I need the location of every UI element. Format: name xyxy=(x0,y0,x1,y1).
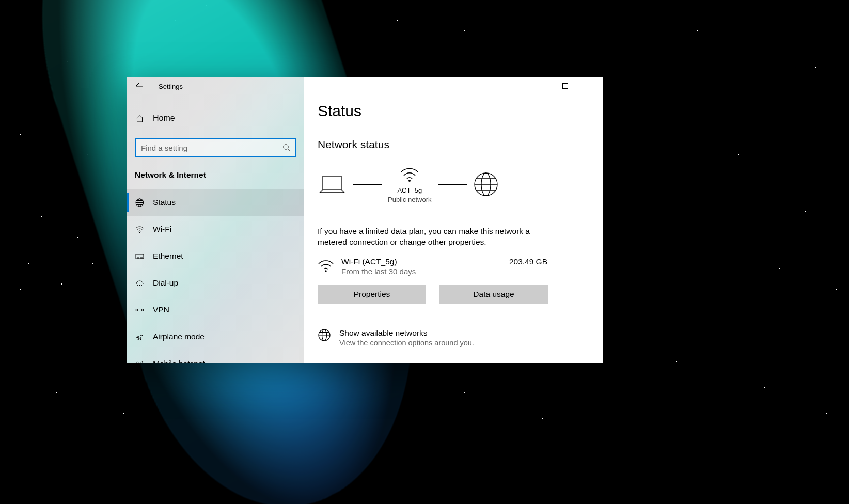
show-available-networks[interactable]: Show available networks View the connect… xyxy=(318,328,590,347)
svg-point-3 xyxy=(139,232,140,233)
close-icon xyxy=(588,83,593,89)
airplane-icon xyxy=(135,333,144,341)
globe-icon xyxy=(318,328,331,342)
sidebar-category-label: Network & Internet xyxy=(135,170,304,180)
sidebar-item-label: Dial-up xyxy=(153,278,178,288)
page-title: Status xyxy=(318,102,590,120)
section-title: Network status xyxy=(318,138,590,151)
sidebar-item-vpn[interactable]: VPN xyxy=(127,296,304,323)
sidebar-item-label: Airplane mode xyxy=(153,332,205,341)
globe-icon xyxy=(473,171,499,197)
svg-point-5 xyxy=(137,285,138,286)
svg-point-13 xyxy=(408,180,411,182)
search-setting-box[interactable] xyxy=(135,138,296,157)
svg-rect-11 xyxy=(563,83,568,88)
connection-subtext: From the last 30 days xyxy=(341,267,416,276)
sidebar-item-status[interactable]: Status xyxy=(127,189,304,216)
ethernet-icon xyxy=(135,252,144,261)
titlebar[interactable]: Settings xyxy=(127,77,304,95)
sidebar-item-label: Mobile hotspot xyxy=(153,359,205,363)
sidebar-nav: Status Wi-Fi Ethernet xyxy=(127,189,304,363)
vpn-icon xyxy=(135,306,144,314)
search-icon[interactable] xyxy=(282,144,291,152)
diagram-network-name: ACT_5g xyxy=(397,186,422,194)
network-status-diagram: ACT_5g Public network xyxy=(318,165,590,203)
connection-row: Wi-Fi (ACT_5g) From the last 30 days 203… xyxy=(318,257,547,276)
svg-rect-4 xyxy=(136,254,144,259)
diagram-line xyxy=(353,184,382,185)
sidebar-item-label: VPN xyxy=(153,305,169,314)
svg-point-7 xyxy=(141,285,142,286)
back-arrow-icon xyxy=(135,82,144,90)
diagram-line xyxy=(438,184,467,185)
connection-data-usage: 203.49 GB xyxy=(509,257,547,266)
wifi-icon xyxy=(399,165,420,183)
status-description: If you have a limited data plan, you can… xyxy=(318,226,534,248)
window-controls xyxy=(527,77,603,94)
sidebar-item-home[interactable]: Home xyxy=(127,107,304,129)
button-label: Data usage xyxy=(473,290,514,299)
minimize-button[interactable] xyxy=(527,77,553,94)
sidebar-item-wifi[interactable]: Wi-Fi xyxy=(127,216,304,243)
minimize-icon xyxy=(537,83,543,89)
show-networks-subtitle: View the connection options around you. xyxy=(339,339,474,347)
sidebar-item-airplane[interactable]: Airplane mode xyxy=(127,323,304,350)
svg-point-8 xyxy=(136,309,138,311)
svg-point-10 xyxy=(139,363,140,363)
sidebar-item-ethernet[interactable]: Ethernet xyxy=(127,243,304,270)
sidebar-item-dialup[interactable]: Dial-up xyxy=(127,270,304,296)
hotspot-icon xyxy=(135,359,144,364)
sidebar-home-label: Home xyxy=(153,114,175,123)
content-pane: Status Network status ACT_5g Public netw… xyxy=(304,77,603,363)
search-input[interactable] xyxy=(136,139,295,156)
sidebar-item-hotspot[interactable]: Mobile hotspot xyxy=(127,350,304,363)
svg-point-0 xyxy=(284,145,289,150)
laptop-icon xyxy=(318,174,347,195)
svg-point-9 xyxy=(142,309,144,311)
button-label: Properties xyxy=(354,290,390,299)
sidebar-item-label: Ethernet xyxy=(153,251,183,261)
sidebar: Settings Home Network & Internet xyxy=(127,77,304,363)
maximize-icon xyxy=(562,83,568,89)
svg-rect-12 xyxy=(323,176,341,190)
data-usage-button[interactable]: Data usage xyxy=(439,285,548,304)
home-icon xyxy=(135,114,144,123)
dialup-icon xyxy=(135,279,144,288)
sidebar-item-label: Wi-Fi xyxy=(153,225,171,234)
svg-point-16 xyxy=(325,270,326,272)
wifi-icon xyxy=(318,259,334,274)
svg-point-6 xyxy=(139,285,140,286)
connection-name: Wi-Fi (ACT_5g) xyxy=(341,257,416,266)
diagram-network-type: Public network xyxy=(388,196,432,203)
properties-button[interactable]: Properties xyxy=(318,285,426,304)
settings-window: Settings Home Network & Internet xyxy=(127,77,603,363)
back-button[interactable] xyxy=(131,77,148,95)
app-title: Settings xyxy=(148,83,183,90)
sidebar-item-label: Status xyxy=(153,198,176,207)
show-networks-title: Show available networks xyxy=(339,328,474,338)
maximize-button[interactable] xyxy=(553,77,578,94)
globe-icon xyxy=(135,198,144,207)
close-button[interactable] xyxy=(578,77,603,94)
wifi-icon xyxy=(135,225,144,234)
